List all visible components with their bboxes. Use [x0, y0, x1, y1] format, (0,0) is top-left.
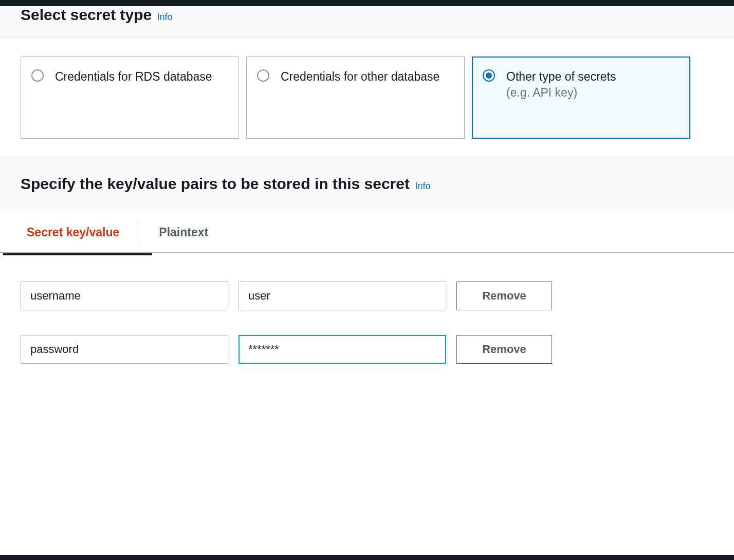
option-other-db-credentials[interactable]: Credentials for other database [246, 57, 465, 139]
option-rds-credentials[interactable]: Credentials for RDS database [21, 57, 239, 139]
radio-icon [31, 69, 44, 82]
tab-plaintext[interactable]: Plaintext [155, 222, 212, 252]
kv-pairs-header: Specify the key/value pairs to be stored… [0, 157, 734, 208]
option-sublabel: (e.g. API key) [506, 86, 616, 100]
section-title: Select secret type [21, 6, 152, 23]
secret-type-options: Credentials for RDS database Credentials… [0, 38, 734, 157]
option-other-secrets[interactable]: Other type of secrets (e.g. API key) [472, 57, 690, 139]
tab-separator [139, 221, 139, 246]
kv-row: Remove [21, 335, 713, 364]
select-secret-type-header: Select secret type Info [0, 6, 734, 38]
section-title: Specify the key/value pairs to be stored… [21, 175, 410, 192]
kv-row: Remove [21, 282, 713, 310]
top-navbar [0, 0, 734, 6]
info-link[interactable]: Info [415, 181, 430, 191]
active-tab-underline [3, 253, 152, 255]
radio-icon [257, 69, 269, 82]
remove-button[interactable]: Remove [456, 282, 552, 310]
key-input[interactable] [21, 282, 228, 310]
option-label: Other type of secrets [506, 68, 616, 85]
tab-secret-key-value[interactable]: Secret key/value [23, 222, 123, 252]
value-input[interactable] [238, 282, 446, 310]
option-label: Credentials for other database [281, 68, 439, 85]
remove-button[interactable]: Remove [456, 335, 552, 364]
info-link[interactable]: Info [157, 12, 173, 22]
value-input[interactable] [238, 335, 446, 364]
option-label: Credentials for RDS database [55, 68, 212, 85]
kv-rows: Remove Remove [0, 255, 734, 364]
kv-tabs: Secret key/value Plaintext [0, 208, 734, 253]
radio-icon [483, 69, 495, 82]
key-input[interactable] [21, 335, 228, 364]
